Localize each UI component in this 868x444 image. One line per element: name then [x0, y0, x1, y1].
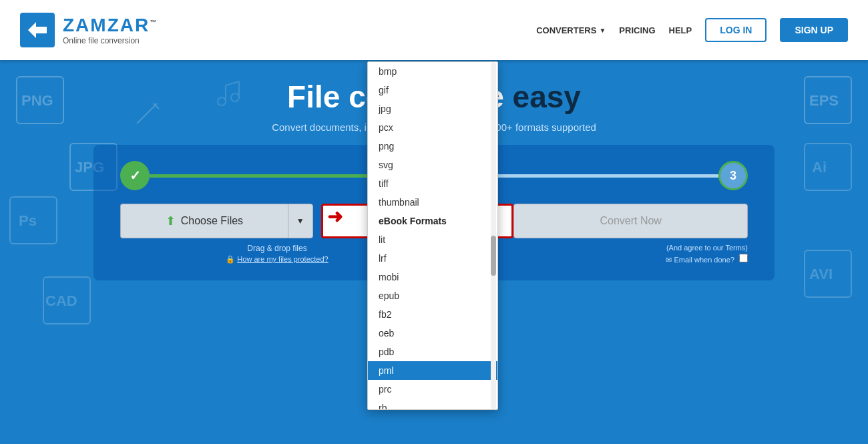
logo-tm: ™: [150, 19, 158, 26]
ps-icon: Ps: [7, 194, 60, 250]
nav: CONVERTERS ▼ PRICING HELP LOG IN SIGN UP: [536, 18, 848, 42]
email-label: Email when done?: [674, 256, 734, 264]
dropdown-group-header: eBook Formats: [368, 212, 497, 230]
dropdown-item[interactable]: png: [368, 137, 497, 156]
dropdown-list: bmpgifjpgpcxpngsvgtiffthumbnaileBook For…: [368, 62, 497, 409]
dropdown-item[interactable]: thumbnail: [368, 193, 497, 212]
nav-converters-arrow: ▼: [599, 27, 606, 34]
choose-files-group: ⬆ Choose Files ▼: [120, 204, 313, 238]
hero-easy: easy: [513, 79, 581, 114]
choose-files-button[interactable]: ⬆ Choose Files: [120, 204, 288, 238]
dropdown-item[interactable]: bmp: [368, 62, 497, 81]
svg-text:AVI: AVI: [809, 266, 833, 282]
step-3-circle: 3: [718, 161, 748, 190]
header: ZAMZAR™ Online file conversion CONVERTER…: [0, 0, 868, 60]
dropdown-item[interactable]: oeb: [368, 324, 497, 343]
dropdown-item[interactable]: svg: [368, 156, 497, 174]
logo-area: ZAMZAR™ Online file conversion: [20, 13, 158, 47]
avi-icon: AVI: [801, 247, 855, 303]
protection-link[interactable]: How are my files protected?: [237, 255, 328, 263]
logo-name-text: ZAMZAR: [63, 15, 150, 35]
dropdown-item[interactable]: rb: [368, 399, 497, 409]
svg-rect-7: [43, 277, 90, 324]
red-arrow: ➜: [327, 206, 343, 228]
cad-icon: CAD: [40, 274, 93, 330]
dropdown-item[interactable]: mobi: [368, 268, 497, 286]
svg-text:Ps: Ps: [19, 212, 37, 229]
main-area: PNG JPG Ps CAD EPS: [0, 60, 868, 444]
logo-text: ZAMZAR™ Online file conversion: [63, 15, 158, 45]
logo-icon: [20, 13, 55, 47]
email-icon: ✉: [666, 256, 674, 264]
svg-text:Ai: Ai: [812, 159, 827, 176]
lock-icon: 🔒: [226, 255, 237, 263]
login-button[interactable]: LOG IN: [705, 18, 767, 42]
step-3-number: 3: [730, 169, 736, 183]
dropdown-item[interactable]: epub: [368, 286, 497, 305]
dropdown-item[interactable]: jpg: [368, 99, 497, 118]
upload-icon: ⬆: [166, 214, 176, 228]
format-dropdown[interactable]: bmpgifjpgpcxpngsvgtiffthumbnaileBook For…: [367, 61, 498, 410]
svg-marker-0: [28, 22, 47, 38]
svg-rect-5: [10, 197, 57, 244]
nav-help[interactable]: HELP: [669, 25, 692, 35]
dropdown-item[interactable]: pml: [368, 361, 497, 380]
signup-button[interactable]: SIGN UP: [780, 18, 848, 42]
dropdown-scrollbar[interactable]: [491, 62, 496, 409]
convert-now-button[interactable]: Convert Now: [513, 204, 748, 238]
logo-name: ZAMZAR™: [63, 15, 158, 36]
choose-files-label: Choose Files: [181, 215, 243, 227]
dropdown-item[interactable]: fb2: [368, 305, 497, 324]
dropdown-scrollbar-thumb[interactable]: [491, 236, 496, 276]
dropdown-item[interactable]: gif: [368, 81, 497, 99]
logo-tagline: Online file conversion: [63, 36, 158, 45]
ai-icon: Ai: [801, 140, 855, 196]
dropdown-item[interactable]: lit: [368, 230, 497, 249]
dropdown-item[interactable]: lrf: [368, 249, 497, 268]
nav-pricing[interactable]: PRICING: [619, 25, 655, 35]
nav-converters[interactable]: CONVERTERS ▼: [536, 25, 606, 35]
svg-rect-11: [805, 144, 851, 190]
dropdown-item[interactable]: prc: [368, 380, 497, 399]
svg-text:CAD: CAD: [45, 292, 77, 309]
dropdown-item[interactable]: tiff: [368, 174, 497, 193]
email-checkbox[interactable]: [739, 254, 748, 262]
convert-now-label: Convert Now: [600, 215, 661, 226]
dropdown-item[interactable]: pcx: [368, 118, 497, 137]
nav-converters-label: CONVERTERS: [536, 25, 596, 35]
svg-rect-13: [805, 250, 851, 297]
step-1-circle: ✓: [120, 161, 150, 190]
dropdown-item[interactable]: pdb: [368, 343, 497, 361]
choose-files-dropdown[interactable]: ▼: [288, 204, 313, 238]
